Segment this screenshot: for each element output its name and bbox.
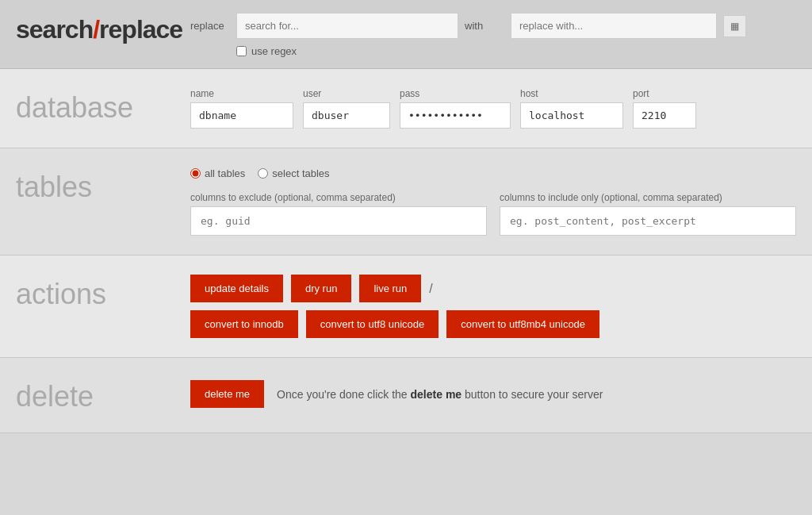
db-name-field: name: [190, 88, 293, 129]
select-tables-label: select tables: [272, 167, 329, 179]
all-tables-label: all tables: [205, 167, 245, 179]
database-title: database: [16, 88, 190, 125]
db-port-field: port: [633, 88, 696, 129]
actions-content: update details dry run live run / conver…: [190, 275, 796, 338]
delete-text-after: button to secure your server: [462, 388, 603, 401]
app-title: search/replace: [16, 13, 190, 44]
title-replace-word: replace: [99, 15, 182, 44]
convert-utf8-button[interactable]: convert to utf8 unicode: [306, 310, 439, 338]
db-pass-label: pass: [400, 88, 511, 99]
db-user-input[interactable]: [303, 102, 390, 129]
dry-run-button[interactable]: dry run: [291, 275, 351, 302]
exclude-label: columns to exclude (optional, comma sepa…: [190, 192, 487, 203]
all-tables-option[interactable]: all tables: [190, 167, 245, 179]
delete-row: delete me Once you're done click the del…: [190, 377, 796, 408]
select-tables-option[interactable]: select tables: [258, 167, 329, 179]
search-replace-row: replace with ⁣▦: [190, 13, 796, 39]
delete-text-before: Once you're done click the: [277, 388, 410, 401]
update-details-button[interactable]: update details: [190, 275, 283, 302]
actions-section: actions update details dry run live run …: [0, 256, 812, 358]
live-run-button[interactable]: live run: [359, 275, 421, 302]
tables-radio-row: all tables select tables: [190, 167, 796, 179]
use-regex-label[interactable]: use regex: [251, 45, 297, 57]
title-slash: /: [93, 15, 99, 44]
header-section: search/replace replace with ⁣▦ use regex: [0, 0, 812, 69]
db-user-label: user: [303, 88, 390, 99]
include-input[interactable]: [500, 206, 796, 236]
db-host-input[interactable]: [520, 102, 623, 129]
all-tables-radio[interactable]: [190, 168, 201, 179]
include-label: columns to include only (optional, comma…: [500, 192, 796, 203]
db-pass-field: pass: [400, 88, 511, 129]
include-column-field: columns to include only (optional, comma…: [500, 192, 796, 236]
actions-rows: update details dry run live run / conver…: [190, 275, 796, 338]
replace-label: replace: [190, 20, 230, 32]
delete-content: delete me Once you're done click the del…: [190, 377, 796, 408]
delete-title: delete: [16, 377, 190, 413]
db-user-field: user: [303, 88, 390, 129]
delete-section: delete delete me Once you're done click …: [0, 358, 812, 433]
actions-row-2: convert to innodb convert to utf8 unicod…: [190, 310, 796, 338]
delete-me-button[interactable]: delete me: [190, 380, 264, 408]
replace-input[interactable]: [511, 13, 717, 39]
convert-utf8mb4-button[interactable]: convert to utf8mb4 unicode: [446, 310, 599, 338]
database-content: name user pass host port: [190, 88, 796, 129]
expand-button[interactable]: ⁣▦: [723, 15, 746, 37]
tables-title: tables: [16, 167, 190, 204]
regex-row: use regex: [190, 45, 796, 57]
select-tables-radio[interactable]: [258, 168, 268, 179]
exclude-column-field: columns to exclude (optional, comma sepa…: [190, 192, 487, 236]
exclude-input[interactable]: [190, 206, 487, 236]
db-fields: name user pass host port: [190, 88, 796, 129]
delete-description: Once you're done click the delete me but…: [277, 388, 603, 401]
db-pass-input[interactable]: [400, 102, 511, 129]
db-name-input[interactable]: [190, 102, 293, 129]
search-input[interactable]: [236, 13, 458, 39]
search-replace-controls: replace with ⁣▦ use regex: [190, 13, 796, 57]
actions-row-1: update details dry run live run /: [190, 275, 796, 302]
tables-section: tables all tables select tables columns …: [0, 148, 812, 256]
db-port-label: port: [633, 88, 696, 99]
title-search: search: [16, 15, 93, 44]
delete-text-bold: delete me: [411, 388, 462, 401]
use-regex-checkbox[interactable]: [236, 46, 247, 56]
database-section: database name user pass host port: [0, 69, 812, 148]
db-host-field: host: [520, 88, 623, 129]
db-port-input[interactable]: [633, 102, 696, 129]
tables-content: all tables select tables columns to excl…: [190, 167, 796, 236]
actions-slash: /: [429, 282, 432, 296]
db-name-label: name: [190, 88, 293, 99]
columns-row: columns to exclude (optional, comma sepa…: [190, 192, 796, 236]
convert-innodb-button[interactable]: convert to innodb: [190, 310, 298, 338]
db-host-label: host: [520, 88, 623, 99]
with-label: with: [465, 20, 504, 32]
actions-title: actions: [16, 275, 190, 311]
